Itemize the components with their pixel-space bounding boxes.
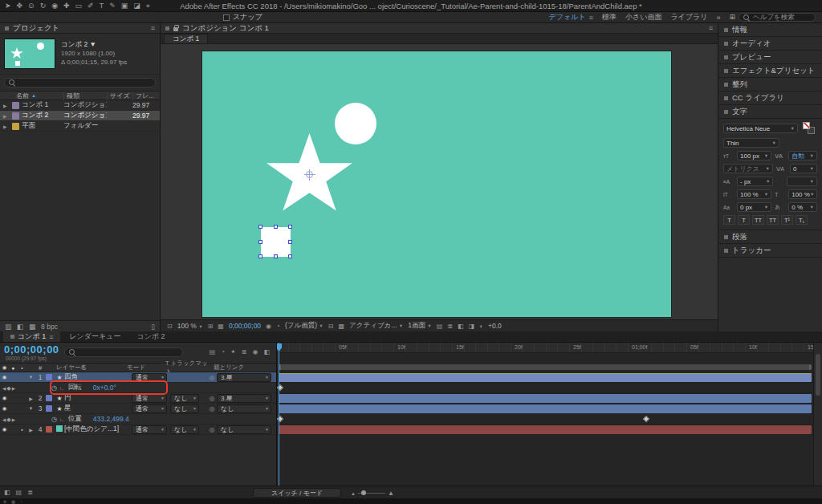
twirl-right-icon[interactable]: ▶: [3, 103, 10, 108]
puppet-tool-icon[interactable]: ⌖: [146, 0, 150, 12]
layer-4-duration-bar[interactable]: [279, 425, 812, 434]
flowchart-icon[interactable]: ◨: [469, 323, 475, 330]
track-matte-dropdown[interactable]: なし▼: [170, 404, 199, 413]
interpret-footage-icon[interactable]: ▥: [5, 323, 11, 331]
region-of-interest-icon[interactable]: ⊟: [328, 323, 334, 330]
project-panel-header[interactable]: プロジェクト ≡: [0, 23, 160, 34]
superscript-button[interactable]: T¹: [781, 215, 793, 225]
baseline-shift-dropdown[interactable]: 0 px▼: [737, 202, 771, 212]
fill-stroke-swatches[interactable]: [801, 122, 817, 135]
timeline-zoom-slider[interactable]: ▲ ▲: [351, 490, 394, 497]
new-composition-icon[interactable]: ▦: [29, 323, 35, 331]
layer-4-track[interactable]: [277, 425, 822, 435]
keyframe-navigator[interactable]: ◀◆▶: [2, 417, 15, 423]
clone-stamp-tool-icon[interactable]: ▣: [121, 0, 128, 12]
mask-visibility-icon[interactable]: ▦: [218, 323, 224, 330]
position-property-row[interactable]: ◀◆▶ ◷ ∟ 位置 433.2,499.4: [0, 414, 276, 425]
timeline-search-field[interactable]: [64, 348, 183, 357]
parent-dropdown[interactable]: なし▼: [217, 425, 271, 434]
layer-2-duration-bar[interactable]: [279, 394, 812, 403]
switches-modes-toggle-button[interactable]: スイッチ / モード: [253, 488, 341, 498]
graph-editor-icon[interactable]: ◧: [263, 348, 270, 356]
draft-3d-icon[interactable]: ◔: [221, 348, 225, 356]
resolution-dropdown[interactable]: (フル画質) ▼: [285, 321, 324, 331]
viewer-timecode[interactable]: 0;00;00;00: [229, 322, 261, 330]
workspace-default[interactable]: デフォルト≡: [549, 12, 593, 22]
label-color-chip[interactable]: [46, 405, 52, 412]
parent-pickwhip-icon[interactable]: ◎: [207, 405, 217, 413]
composition-mini-flowchart-icon[interactable]: ▤: [210, 348, 216, 356]
all-caps-button[interactable]: TT: [752, 215, 764, 225]
exposure-icon[interactable]: ◐: [479, 323, 483, 330]
stopwatch-icon[interactable]: ◷: [51, 416, 57, 423]
font-size-dropdown[interactable]: 100 px▼: [737, 151, 771, 161]
visibility-eye-icon[interactable]: ◉: [0, 395, 9, 401]
layer-row-1[interactable]: ◉ ▼ 1 ★ 四角 通常▼ ◎ 3.星▼: [0, 372, 276, 383]
parent-dropdown[interactable]: 3.星▼: [217, 394, 271, 403]
tracker-panel-header[interactable]: トラッカー: [718, 244, 822, 258]
tsume-dropdown[interactable]: 0 %▼: [788, 202, 817, 212]
snap-checkbox[interactable]: [223, 14, 230, 21]
pan-behind-tool-icon[interactable]: ✚: [63, 0, 70, 12]
rotation-tool-icon[interactable]: ↻: [40, 0, 47, 12]
work-area-bar[interactable]: [279, 364, 812, 370]
always-preview-icon[interactable]: ⊡: [167, 323, 173, 330]
snap-toggle[interactable]: スナップ: [223, 12, 262, 22]
preview-panel-header[interactable]: プレビュー: [718, 51, 822, 64]
track-matte-dropdown[interactable]: なし▼: [170, 394, 199, 403]
twirl-down-icon[interactable]: ▼: [26, 406, 35, 411]
vertical-scrollbar[interactable]: [813, 343, 822, 486]
time-ruler[interactable]: 05f 10f 15f 20f 25f 01;00f 05f 10f 15f: [277, 343, 813, 353]
zoom-out-mountain-icon[interactable]: ▲: [351, 491, 356, 496]
workspace-switcher-icon[interactable]: ⊞: [729, 11, 735, 23]
kerning-dropdown[interactable]: 自動▼: [788, 151, 817, 161]
layer-2-track[interactable]: [277, 393, 822, 404]
selection-handle[interactable]: [258, 225, 262, 229]
parent-pickwhip-icon[interactable]: ◎: [207, 395, 217, 402]
grid-guides-icon[interactable]: ⊞: [208, 323, 214, 330]
subscript-button[interactable]: T₁: [796, 215, 808, 225]
property-label[interactable]: 回転: [68, 383, 82, 392]
blend-mode-dropdown[interactable]: 通常▼: [132, 404, 167, 413]
zoom-tool-icon[interactable]: ⊙: [28, 0, 35, 12]
toggle-layer-switches-icon[interactable]: ◧: [4, 489, 10, 496]
visibility-eye-icon[interactable]: ◉: [0, 426, 9, 433]
visibility-eye-icon[interactable]: ◉: [0, 405, 9, 412]
column-framerate[interactable]: フレ...: [132, 91, 160, 100]
blend-mode-dropdown[interactable]: 通常▼: [132, 425, 167, 434]
fill-swatch[interactable]: [803, 122, 810, 129]
font-family-dropdown[interactable]: Helvetica Neue▼: [723, 124, 798, 133]
transparency-grid-icon[interactable]: ▩: [339, 323, 345, 330]
project-row-comp1[interactable]: ▶コンポ 1 コンポジション 29.97: [0, 100, 160, 111]
zoom-slider-thumb[interactable]: [361, 490, 366, 495]
scrollbar-thumb[interactable]: [816, 354, 820, 396]
zoom-in-mountain-icon[interactable]: ▲: [388, 490, 394, 497]
project-row-solids-folder[interactable]: ▶平面 フォルダー: [0, 121, 160, 132]
exposure-value[interactable]: +0.0: [488, 322, 502, 330]
project-search-field[interactable]: [4, 78, 156, 87]
twirl-down-icon[interactable]: ▼: [26, 375, 35, 380]
tracking-dropdown[interactable]: 0▼: [790, 164, 817, 173]
composition-canvas[interactable]: [202, 51, 671, 317]
font-style-dropdown[interactable]: Thin▼: [723, 138, 779, 148]
help-search-field[interactable]: ヘルプを検索: [739, 13, 816, 22]
motion-blur-icon[interactable]: ◉: [252, 348, 258, 356]
selection-handle[interactable]: [288, 240, 292, 244]
small-caps-button[interactable]: TT: [767, 215, 779, 225]
panel-menu-icon[interactable]: ≡: [151, 24, 155, 32]
view-layout-dropdown[interactable]: 1画面 ▼: [408, 321, 432, 331]
layer-row-2[interactable]: ◉ ▶ 2 ★ 円 通常▼ なし▼ ◎ 3.星▼: [0, 393, 276, 404]
delete-item-icon[interactable]: ▯: [151, 323, 155, 331]
audio-panel-header[interactable]: オーディオ: [718, 37, 822, 51]
camera-dropdown[interactable]: アクティブカ... ▼: [349, 321, 403, 331]
parent-pickwhip-icon[interactable]: ◎: [207, 374, 217, 381]
camera-tool-icon[interactable]: ◉: [51, 0, 58, 12]
twirl-right-icon[interactable]: ▶: [26, 396, 35, 401]
new-folder-icon[interactable]: ◧: [17, 323, 23, 331]
workspace-overflow[interactable]: »: [716, 14, 720, 22]
layer-1-duration-bar[interactable]: [279, 373, 812, 382]
selection-handle[interactable]: [288, 254, 292, 258]
workspace-menu-icon[interactable]: ≡: [589, 14, 593, 22]
column-layer-name[interactable]: レイヤー名: [45, 364, 127, 372]
parent-pickwhip-icon[interactable]: ◎: [207, 426, 217, 433]
